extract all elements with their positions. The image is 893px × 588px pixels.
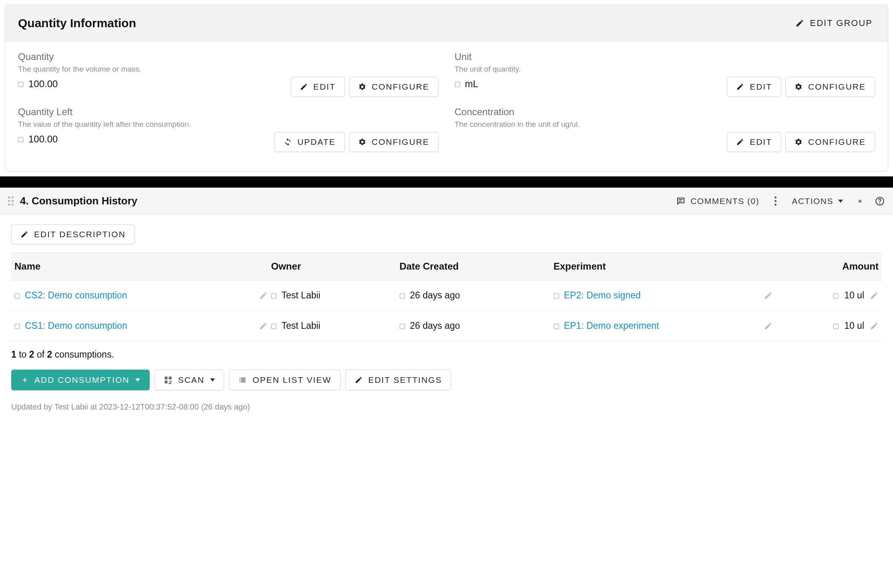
qr-icon: [164, 376, 173, 384]
date-value: 26 days ago: [410, 320, 460, 331]
collapse-icon[interactable]: ⌄⌄: [857, 196, 863, 206]
add-consumption-button[interactable]: ADD CONSUMPTION: [11, 370, 150, 390]
pencil-icon[interactable]: [259, 291, 268, 300]
gear-icon: [795, 138, 803, 146]
button-label: CONFIGURE: [372, 137, 429, 147]
configure-quantity-left-button[interactable]: CONFIGURE: [349, 132, 439, 152]
edit-quantity-button[interactable]: EDIT: [291, 77, 345, 97]
checkbox-icon[interactable]: [554, 293, 559, 299]
pencil-icon[interactable]: [764, 322, 773, 330]
field-quantity: Quantity The quantity for the volume or …: [18, 51, 439, 97]
col-date: Date Created: [399, 261, 554, 272]
configure-unit-button[interactable]: CONFIGURE: [785, 77, 875, 97]
edit-unit-button[interactable]: EDIT: [727, 77, 781, 97]
checkbox-icon[interactable]: [271, 324, 277, 329]
amount-value: 10 ul: [844, 290, 864, 301]
button-label: ADD CONSUMPTION: [34, 375, 130, 385]
date-value: 26 days ago: [410, 290, 460, 301]
section-header: 4. Consumption History COMMENTS (0) ACTI…: [0, 188, 893, 215]
edit-group-label: EDIT GROUP: [810, 18, 873, 28]
button-label: EDIT SETTINGS: [368, 375, 442, 385]
pager-text: to: [19, 349, 29, 360]
section-body: EDIT DESCRIPTION Name Owner Date Created…: [0, 215, 893, 428]
field-label: Quantity: [18, 51, 439, 62]
consumption-name-link[interactable]: CS2: Demo consumption: [25, 290, 127, 301]
button-label: CONFIGURE: [808, 137, 866, 147]
pencil-icon: [736, 138, 744, 146]
more-menu-icon[interactable]: [773, 196, 778, 206]
field-value: 100.00: [18, 132, 58, 145]
pencil-icon[interactable]: [259, 322, 268, 330]
open-list-view-button[interactable]: OPEN LIST VIEW: [229, 370, 341, 390]
checkbox-icon[interactable]: [14, 293, 20, 299]
field-help: The unit of quantity.: [455, 65, 875, 74]
gear-icon: [358, 138, 366, 146]
field-label: Concentration: [455, 106, 875, 118]
checkbox-icon[interactable]: [833, 324, 839, 329]
checkbox-icon[interactable]: [271, 293, 277, 299]
pencil-icon[interactable]: [764, 291, 773, 300]
configure-concentration-button[interactable]: CONFIGURE: [785, 132, 875, 152]
col-owner: Owner: [271, 261, 399, 272]
field-value: 100.00: [18, 77, 58, 90]
pencil-icon: [795, 19, 804, 28]
button-label: CONFIGURE: [372, 82, 429, 92]
drag-handle-icon[interactable]: [8, 196, 14, 206]
owner-value: Test Labii: [281, 290, 320, 301]
experiment-link[interactable]: EP2: Demo signed: [564, 290, 641, 301]
table-row: CS2: Demo consumption Test Labii 26 days…: [11, 280, 882, 311]
col-experiment: Experiment: [554, 261, 776, 272]
card-body: Quantity The quantity for the volume or …: [5, 42, 888, 171]
card-header: Quantity Information EDIT GROUP: [5, 5, 888, 42]
plus-icon: [21, 376, 29, 384]
checkbox-icon[interactable]: [18, 137, 24, 142]
checkbox-icon[interactable]: [455, 82, 460, 87]
help-icon[interactable]: [875, 196, 885, 206]
quantity-value: 100.00: [28, 78, 58, 90]
consumption-name-link[interactable]: CS1: Demo consumption: [25, 320, 127, 331]
button-label: CONFIGURE: [808, 82, 866, 92]
footer-note: Updated by Test Labii at 2023-12-12T00:3…: [11, 390, 882, 412]
button-label: EDIT: [750, 137, 772, 147]
checkbox-icon[interactable]: [399, 293, 405, 299]
sync-icon: [284, 138, 292, 146]
configure-quantity-button[interactable]: CONFIGURE: [349, 77, 439, 97]
field-help: The quantity for the volume or mass.: [18, 65, 439, 74]
button-label: SCAN: [178, 375, 205, 385]
button-label: EDIT DESCRIPTION: [34, 230, 126, 239]
comments-button[interactable]: COMMENTS (0): [674, 196, 762, 206]
comments-label: COMMENTS (0): [690, 196, 759, 206]
field-label: Quantity Left: [18, 106, 439, 118]
actions-dropdown[interactable]: ACTIONS: [789, 196, 845, 206]
checkbox-icon[interactable]: [554, 324, 559, 329]
checkbox-icon[interactable]: [18, 82, 24, 87]
section-title: 4. Consumption History: [20, 195, 667, 207]
edit-description-button[interactable]: EDIT DESCRIPTION: [11, 224, 135, 244]
field-quantity-left: Quantity Left The value of the quantity …: [18, 106, 439, 152]
field-value: mL: [455, 77, 478, 90]
field-concentration: Concentration The concentration in the u…: [455, 106, 875, 152]
button-label: EDIT: [313, 82, 336, 92]
checkbox-icon[interactable]: [833, 293, 839, 299]
quantity-left-value: 100.00: [28, 134, 58, 145]
col-amount: Amount: [842, 261, 879, 272]
edit-group-button[interactable]: EDIT GROUP: [793, 15, 875, 32]
actions-label: ACTIONS: [792, 196, 833, 206]
update-quantity-left-button[interactable]: UPDATE: [275, 132, 345, 152]
checkbox-icon[interactable]: [399, 324, 405, 329]
caret-down-icon: [210, 378, 215, 382]
pencil-icon: [736, 83, 744, 91]
edit-settings-button[interactable]: EDIT SETTINGS: [345, 370, 451, 390]
caret-down-icon: [135, 378, 140, 382]
pencil-icon[interactable]: [870, 291, 879, 300]
checkbox-icon[interactable]: [14, 324, 20, 329]
scan-button[interactable]: SCAN: [155, 370, 224, 390]
experiment-link[interactable]: EP1: Demo experiment: [564, 320, 659, 331]
section-divider: [0, 176, 893, 188]
pagination-summary: 1 to 2 of 2 consumptions.: [11, 341, 882, 370]
quantity-info-card: Quantity Information EDIT GROUP Quantity…: [5, 5, 888, 172]
field-help: The concentration in the unit of ug/ul.: [455, 120, 875, 129]
edit-concentration-button[interactable]: EDIT: [727, 132, 781, 152]
pencil-icon[interactable]: [870, 322, 879, 330]
field-unit: Unit The unit of quantity. mL EDIT CONFI…: [455, 51, 875, 97]
